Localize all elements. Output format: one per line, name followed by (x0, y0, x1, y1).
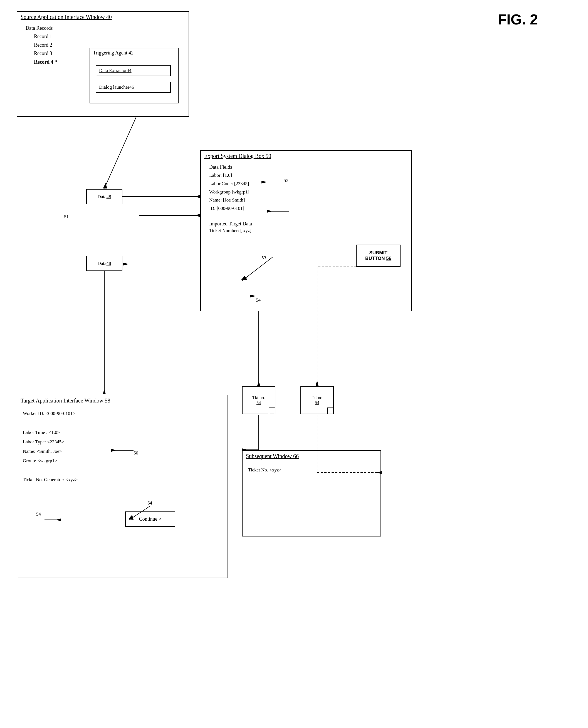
svg-marker-3 (194, 195, 200, 198)
label-53: 53 (261, 255, 266, 261)
spacer1 (23, 418, 222, 428)
field-id: ID: [000-90-0101] (209, 204, 403, 213)
source-application-window: Source Application Interface Window 40 D… (17, 11, 189, 117)
imported-title: Imported Target Data (209, 221, 403, 227)
group-field: Group: <wkgrp1> (23, 456, 222, 466)
export-dialog-box: Export System Dialog Box 50 Data Fields … (200, 150, 412, 311)
target-application-window: Target Application Interface Window 58 W… (17, 395, 228, 578)
imported-ticket: Ticket Number: [ xyz] (209, 228, 403, 234)
field-workgroup: Workgroup [wkgrp1] (209, 188, 403, 196)
label-54-bottom: 54 (36, 511, 41, 517)
data-fields-section: Data Fields Labor: [1.0] Labor Code: [23… (201, 161, 411, 216)
export-dialog-title: Export System Dialog Box 50 (201, 151, 411, 161)
dialog-launcher-box: Dialog launcher 46 (96, 82, 171, 93)
data-box-2: Data 48 (86, 256, 122, 271)
labor-type-field: Labor Type: <23345> (23, 437, 222, 447)
tkt-box-1: Tkt no. 54 (242, 387, 275, 414)
tkt-box-2: Tkt no. 54 (300, 387, 334, 414)
label-54-arrow: 54 (256, 297, 260, 303)
subsequent-window-content: Ticket No. <xyz> (243, 462, 380, 478)
data-extractor-box: Data Extractor 44 (96, 65, 171, 76)
data-box-1: Data 48 (86, 189, 122, 204)
field-name: Name: [Joe Smith] (209, 196, 403, 204)
labor-time-field: Labor Time : <1.0> (23, 428, 222, 437)
continue-button[interactable]: Continue > (125, 511, 175, 527)
data-records-title: Data Records (26, 25, 180, 31)
svg-marker-24 (316, 380, 318, 386)
subsequent-window: Subsequent Window 66 Ticket No. <xyz> (242, 450, 381, 536)
field-labor: Labor: [1.0] (209, 171, 403, 180)
svg-marker-21 (257, 380, 260, 386)
fig-label: FIG. 2 (498, 11, 538, 28)
imported-section: Imported Target Data Ticket Number: [ xy… (201, 218, 411, 236)
triggering-agent-title: Triggering Agent 42 (90, 48, 178, 58)
submit-button[interactable]: SUBMIT BUTTON 56 (356, 245, 401, 267)
name-field: Name: <Smith, Joe> (23, 447, 222, 456)
label-60: 60 (133, 450, 138, 456)
data-fields-title: Data Fields (209, 164, 403, 170)
triggering-agent-box: Triggering Agent 42 Data Extractor 44 Di… (89, 48, 178, 104)
target-window-title: Target Application Interface Window 58 (17, 395, 228, 406)
label-52: 52 (284, 178, 289, 183)
ticket-generator-field: Ticket No. Generator: <xyz> (23, 475, 222, 485)
field-labor-code: Labor Code: [23345] (209, 180, 403, 188)
svg-marker-17 (103, 389, 106, 394)
svg-marker-11 (123, 263, 129, 265)
source-window-title: Source Application Interface Window 40 (17, 12, 189, 23)
label-51: 51 (64, 214, 69, 220)
svg-marker-5 (194, 214, 200, 217)
svg-line-0 (104, 117, 136, 189)
svg-marker-1 (103, 183, 107, 189)
label-64: 64 (147, 500, 152, 506)
worker-id-field: Worker ID: <000-90-0101> (23, 409, 222, 418)
record-1: Record 1 (26, 32, 180, 41)
spacer2 (23, 466, 222, 475)
target-window-content: Worker ID: <000-90-0101> Labor Time : <1… (17, 406, 228, 487)
subsequent-window-title: Subsequent Window 66 (243, 451, 380, 462)
